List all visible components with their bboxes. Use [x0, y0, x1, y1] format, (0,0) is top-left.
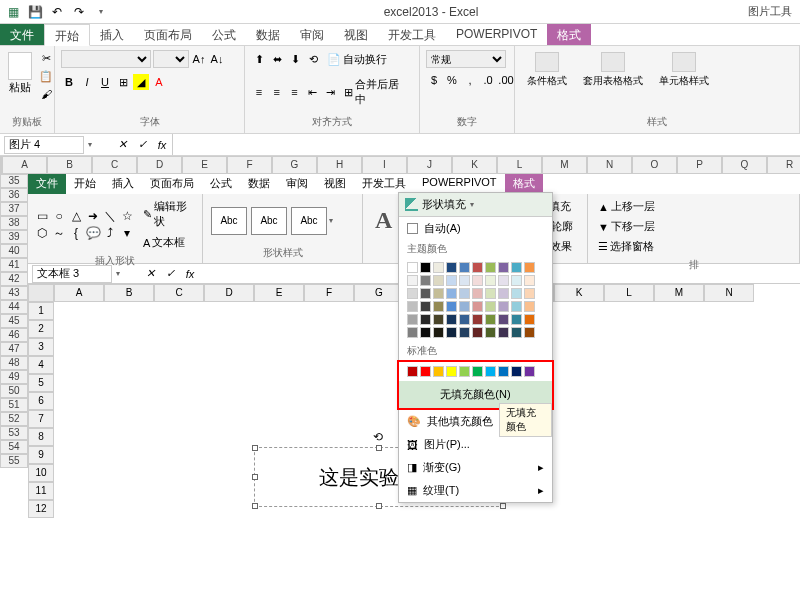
emb-enter[interactable]: ✓	[160, 267, 180, 280]
orientation[interactable]: ⟲	[305, 52, 321, 68]
color-swatch[interactable]	[485, 327, 496, 338]
color-swatch[interactable]	[433, 301, 444, 312]
cell-styles-button[interactable]: 单元格样式	[653, 50, 715, 90]
row-header[interactable]: 51	[0, 398, 28, 412]
align-bottom[interactable]: ⬇	[287, 52, 303, 68]
color-swatch[interactable]	[524, 288, 535, 299]
color-swatch[interactable]	[407, 275, 418, 286]
emb-col-header[interactable]: E	[254, 284, 304, 302]
align-right[interactable]: ≡	[287, 84, 303, 100]
color-swatch[interactable]	[420, 366, 431, 377]
emb-col-header[interactable]: C	[154, 284, 204, 302]
emb-name-box[interactable]	[32, 265, 112, 283]
color-swatch[interactable]	[498, 301, 509, 312]
comma-button[interactable]: ,	[462, 72, 478, 88]
rotate-handle[interactable]: ⟲	[373, 430, 383, 444]
color-swatch[interactable]	[485, 366, 496, 377]
redo-button[interactable]: ↷	[70, 3, 88, 21]
col-header[interactable]: G	[272, 156, 317, 174]
col-header[interactable]: L	[497, 156, 542, 174]
row-header[interactable]: 48	[0, 356, 28, 370]
emb-row-header[interactable]: 10	[28, 464, 54, 482]
emb-row-header[interactable]: 7	[28, 410, 54, 428]
color-swatch[interactable]	[407, 366, 418, 377]
tab-file[interactable]: 文件	[0, 24, 44, 45]
emb-tab-format[interactable]: 格式	[505, 174, 543, 194]
color-swatch[interactable]	[446, 314, 457, 325]
number-format-select[interactable]: 常规	[426, 50, 506, 68]
tab-data[interactable]: 数据	[246, 24, 290, 45]
color-swatch[interactable]	[498, 288, 509, 299]
emb-namebox-dropdown[interactable]: ▾	[116, 269, 120, 278]
col-header[interactable]: D	[137, 156, 182, 174]
shape-triangle[interactable]: △	[68, 208, 84, 224]
col-header[interactable]: A	[2, 156, 47, 174]
color-swatch[interactable]	[459, 262, 470, 273]
color-swatch[interactable]	[433, 262, 444, 273]
col-header[interactable]: J	[407, 156, 452, 174]
row-header[interactable]: 38	[0, 216, 28, 230]
color-swatch[interactable]	[485, 262, 496, 273]
color-swatch[interactable]	[498, 314, 509, 325]
color-swatch[interactable]	[459, 366, 470, 377]
row-header[interactable]: 50	[0, 384, 28, 398]
handle-nw[interactable]	[252, 445, 258, 451]
increase-font[interactable]: A↑	[191, 51, 207, 67]
shape-curve[interactable]: ～	[51, 225, 67, 241]
col-header[interactable]: I	[362, 156, 407, 174]
row-header[interactable]: 52	[0, 412, 28, 426]
color-swatch[interactable]	[446, 301, 457, 312]
color-swatch[interactable]	[498, 327, 509, 338]
color-swatch[interactable]	[420, 327, 431, 338]
conditional-format-button[interactable]: 条件格式	[521, 50, 573, 90]
col-header[interactable]: C	[92, 156, 137, 174]
underline-button[interactable]: U	[97, 74, 113, 90]
border-button[interactable]: ⊞	[115, 74, 131, 90]
color-swatch[interactable]	[459, 301, 470, 312]
emb-tab-pp[interactable]: POWERPIVOT	[414, 174, 505, 194]
color-swatch[interactable]	[498, 366, 509, 377]
shape-connector[interactable]: ⤴	[102, 225, 118, 241]
color-swatch[interactable]	[498, 275, 509, 286]
col-header[interactable]: P	[677, 156, 722, 174]
emb-col-header[interactable]: K	[554, 284, 604, 302]
currency-button[interactable]: $	[426, 72, 442, 88]
color-swatch[interactable]	[511, 288, 522, 299]
qat-customize[interactable]: ▾	[92, 3, 110, 21]
shape-style-3[interactable]: Abc	[291, 207, 327, 235]
formula-bar[interactable]	[172, 134, 800, 155]
shape-hex[interactable]: ⬡	[34, 225, 50, 241]
paste-button[interactable]: 粘贴	[6, 50, 34, 97]
textbox-button[interactable]: A文本框	[139, 233, 196, 252]
shape-circle[interactable]: ○	[51, 208, 67, 224]
color-swatch[interactable]	[485, 314, 496, 325]
color-swatch[interactable]	[420, 301, 431, 312]
color-swatch[interactable]	[524, 262, 535, 273]
emb-col-header[interactable]: B	[104, 284, 154, 302]
fill-color-button[interactable]: ◢	[133, 74, 149, 90]
color-swatch[interactable]	[472, 314, 483, 325]
color-swatch[interactable]	[433, 366, 444, 377]
row-header[interactable]: 35	[0, 174, 28, 188]
color-swatch[interactable]	[446, 366, 457, 377]
emb-row-header[interactable]: 4	[28, 356, 54, 374]
col-header[interactable]: K	[452, 156, 497, 174]
wordart-style-1[interactable]: A	[369, 207, 398, 234]
emb-cancel[interactable]: ✕	[140, 267, 160, 280]
emb-col-header[interactable]: F	[304, 284, 354, 302]
handle-sw[interactable]	[252, 503, 258, 509]
align-left[interactable]: ≡	[251, 84, 267, 100]
emb-col-header[interactable]: N	[704, 284, 754, 302]
col-header[interactable]: B	[47, 156, 92, 174]
color-swatch[interactable]	[472, 262, 483, 273]
merge-center[interactable]: ⊞合并后居中	[340, 75, 413, 109]
shape-brace[interactable]: {	[68, 225, 84, 241]
color-swatch[interactable]	[407, 262, 418, 273]
shape-style-1[interactable]: Abc	[211, 207, 247, 235]
color-swatch[interactable]	[472, 288, 483, 299]
emb-select-all[interactable]	[28, 284, 54, 302]
emb-row-header[interactable]: 6	[28, 392, 54, 410]
color-swatch[interactable]	[420, 288, 431, 299]
inc-decimal[interactable]: .0	[480, 72, 496, 88]
align-top[interactable]: ⬆	[251, 52, 267, 68]
